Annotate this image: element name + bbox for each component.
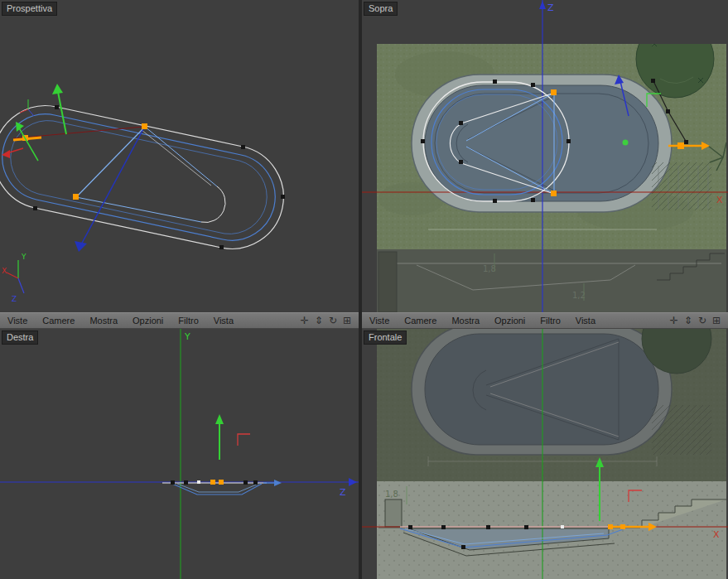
selected-point[interactable] bbox=[551, 89, 557, 95]
viewport-background bbox=[0, 329, 359, 579]
menu-viste[interactable]: Viste bbox=[362, 316, 397, 326]
selected-point[interactable] bbox=[210, 480, 215, 485]
x-axis-label: X bbox=[713, 529, 720, 540]
viewport-label-perspective: Prospettiva bbox=[2, 2, 57, 16]
menu-filtro[interactable]: Filtro bbox=[533, 316, 567, 326]
viewport-tool-icons: ✛ ⇕ ↻ ⊞ bbox=[301, 316, 359, 326]
menu-opzioni[interactable]: Opzioni bbox=[125, 316, 171, 326]
viewport-tool-icons: ✛ ⇕ ↻ ⊞ bbox=[670, 316, 728, 326]
viewport-top[interactable]: Sopra bbox=[362, 0, 728, 312]
toggle-view-icon[interactable]: ⊞ bbox=[712, 316, 721, 326]
x-axis-label: X bbox=[716, 195, 723, 205]
dimension-label-depth: 1,8 bbox=[385, 490, 398, 499]
hud-x-label: X bbox=[2, 267, 7, 275]
menu-mostra[interactable]: Mostra bbox=[82, 316, 125, 326]
hud-y-label: Y bbox=[21, 253, 27, 261]
top-canvas[interactable]: 1,8 1,2 Z X bbox=[362, 0, 728, 312]
menu-filtro[interactable]: Filtro bbox=[171, 316, 205, 326]
pan-icon[interactable]: ✛ bbox=[670, 316, 678, 326]
viewport-front[interactable]: Frontale bbox=[362, 329, 728, 579]
reference-image-section-faded: 1,8 1,2 bbox=[377, 249, 726, 312]
viewport-label-front: Frontale bbox=[364, 331, 407, 345]
right-view-canvas[interactable]: Y Z bbox=[0, 329, 359, 579]
toggle-view-icon[interactable]: ⊞ bbox=[343, 316, 351, 326]
origin-dot bbox=[623, 140, 629, 146]
reference-image-section: 1,8 bbox=[377, 481, 726, 579]
y-axis-label: Y bbox=[184, 331, 190, 342]
rotate-icon[interactable]: ↻ bbox=[698, 316, 706, 326]
menu-camere[interactable]: Camere bbox=[35, 316, 82, 326]
viewport-menubar-right: Viste Camere Mostra Opzioni Filtro Vista… bbox=[362, 312, 728, 329]
rotate-icon[interactable]: ↻ bbox=[329, 316, 337, 326]
z-axis-label: Z bbox=[340, 487, 346, 498]
menu-viste[interactable]: Viste bbox=[0, 316, 35, 326]
viewport-right-view[interactable]: Destra Y Z bbox=[0, 329, 359, 579]
application-window: Prospettiva bbox=[0, 0, 728, 579]
menu-vista[interactable]: Vista bbox=[568, 316, 603, 326]
menu-camere[interactable]: Camere bbox=[397, 316, 444, 326]
dolly-icon[interactable]: ⇕ bbox=[684, 316, 692, 326]
reference-image-plan-faded bbox=[377, 329, 726, 481]
viewport-label-right-view: Destra bbox=[2, 331, 38, 345]
reference-image-plan bbox=[377, 20, 726, 249]
viewport-background bbox=[0, 0, 359, 312]
selected-point[interactable] bbox=[73, 194, 79, 200]
viewport-perspective[interactable]: Prospettiva bbox=[0, 0, 359, 312]
perspective-canvas[interactable]: Y X Z bbox=[0, 0, 359, 312]
selected-point[interactable] bbox=[219, 480, 224, 485]
viewport-menubar-left: Viste Camere Mostra Opzioni Filtro Vista… bbox=[0, 312, 359, 329]
hud-z-label: Z bbox=[12, 295, 17, 303]
menu-mostra[interactable]: Mostra bbox=[444, 316, 487, 326]
menu-vista[interactable]: Vista bbox=[206, 316, 241, 326]
dolly-icon[interactable]: ⇕ bbox=[315, 316, 323, 326]
z-axis-label: Z bbox=[547, 2, 554, 13]
menu-opzioni[interactable]: Opzioni bbox=[487, 316, 533, 326]
selected-point[interactable] bbox=[551, 191, 557, 196]
pan-icon[interactable]: ✛ bbox=[301, 316, 309, 326]
front-canvas[interactable]: 1,8 X bbox=[362, 329, 728, 579]
viewport-label-top: Sopra bbox=[364, 2, 398, 16]
selected-point[interactable] bbox=[142, 123, 147, 129]
